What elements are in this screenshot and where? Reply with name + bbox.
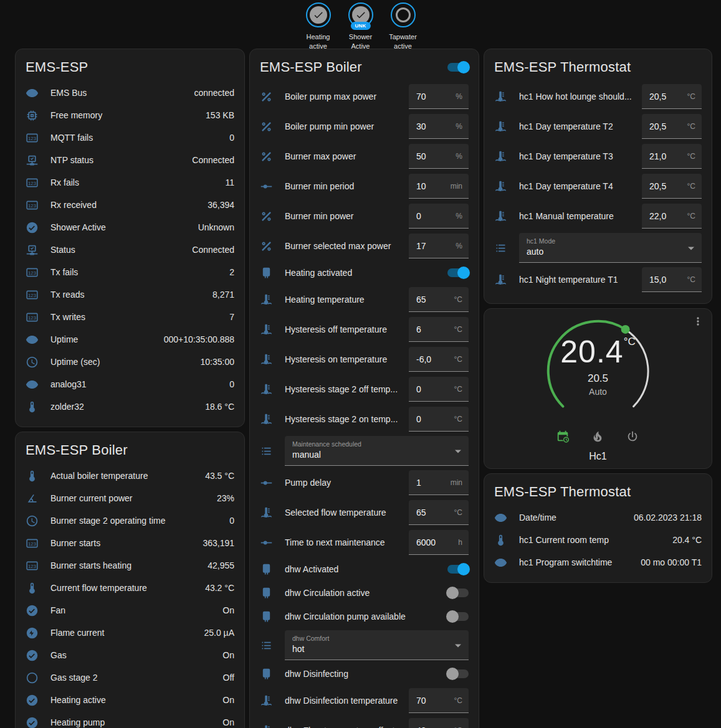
entity-row: hc1 Day temperature T220,5°C <box>494 111 702 141</box>
fire-icon[interactable] <box>591 430 606 445</box>
entity-label: Heating active <box>50 695 222 705</box>
card-title: EMS-ESP <box>26 59 88 75</box>
row-icon-box <box>260 694 285 707</box>
row-icon-box <box>260 587 285 600</box>
calendar-clock-icon[interactable] <box>556 430 571 445</box>
counter-icon: 123 <box>26 199 39 212</box>
number-value: 70 <box>409 92 426 102</box>
number-input[interactable]: 70% <box>409 84 469 109</box>
entity-value: On <box>222 717 234 727</box>
number-input[interactable]: 20,5°C <box>642 114 702 139</box>
number-input[interactable]: 50% <box>409 144 469 169</box>
entity-row: 123Tx fails2 <box>26 261 234 283</box>
chevron-down-icon[interactable] <box>688 247 694 250</box>
number-input[interactable]: 6°C <box>409 317 469 342</box>
entity-label: Rx received <box>50 200 208 210</box>
entity-row: Free memory153 KB <box>26 104 234 126</box>
entity-row: Actual boiler temperature43.5 °C <box>26 465 234 487</box>
entity-label: Hysteresis off temperature <box>285 324 409 334</box>
percent-icon <box>260 210 273 223</box>
row-icon-box <box>260 210 285 223</box>
counter-icon: 123 <box>26 176 39 189</box>
toggle-switch[interactable] <box>447 669 469 678</box>
toggle-switch[interactable] <box>447 589 469 597</box>
row-icon-box <box>26 333 50 346</box>
number-input[interactable]: 20,5°C <box>642 84 702 109</box>
entity-value: connected <box>194 88 234 98</box>
number-input[interactable]: -6,0°C <box>409 347 469 372</box>
badge-ring <box>306 2 331 27</box>
entity-label: dhw Flow temperature offset <box>285 726 409 728</box>
number-input[interactable]: 17% <box>409 234 469 258</box>
number-input[interactable]: 15,0°C <box>642 267 702 292</box>
number-input[interactable]: 6000h <box>409 530 469 555</box>
number-value: 40 <box>409 726 426 728</box>
row-icon-box: 123 <box>26 311 50 324</box>
entity-row: analog310 <box>26 373 234 395</box>
number-input[interactable]: 65°C <box>409 500 469 525</box>
number-input[interactable]: 40°C <box>409 718 469 728</box>
number-input[interactable]: 21,0°C <box>642 144 702 169</box>
entity-row: Hysteresis stage 2 on temp...0°C <box>260 404 469 434</box>
gauge-knob[interactable] <box>621 325 629 334</box>
toggle-thumb <box>446 587 459 599</box>
number-input[interactable]: 20,5°C <box>642 174 702 199</box>
number-unit: °C <box>454 726 469 728</box>
entity-label: EMS Bus <box>50 88 194 98</box>
row-icon-box <box>260 476 285 489</box>
row-icon-box <box>26 87 50 100</box>
glance-badge[interactable]: Tapwater active <box>383 2 423 51</box>
counter-icon: 123 <box>26 288 39 301</box>
column-middle: EMS-ESP BoilerBoiler pump max power70%Bo… <box>249 49 479 728</box>
number-input[interactable]: 10min <box>409 174 469 199</box>
select-field[interactable]: Maintenance scheduledmanual <box>285 436 469 466</box>
entity-row: dhw Disinfection temperature70°C <box>260 686 469 716</box>
number-input[interactable]: 30% <box>409 114 469 139</box>
entity-row: Shower ActiveUnknown <box>26 216 234 239</box>
select-field[interactable]: dhw Comforthot <box>285 630 469 660</box>
glance-badge[interactable]: Heating active <box>298 2 338 51</box>
coolant-icon <box>494 210 507 223</box>
badge-ring <box>391 2 416 27</box>
svg-text:123: 123 <box>28 180 37 186</box>
check-circle-icon <box>26 604 39 617</box>
number-input[interactable]: 0% <box>409 204 469 229</box>
chevron-down-icon[interactable] <box>455 450 461 453</box>
entity-row: Hysteresis on temperature-6,0°C <box>260 344 469 374</box>
number-input[interactable]: 65°C <box>409 287 469 312</box>
dashboard-grid: EMS-ESPEMS BusconnectedFree memory153 KB… <box>0 49 721 728</box>
entity-label: hc1 Night temperature T1 <box>519 275 642 285</box>
row-icon-box <box>260 724 285 728</box>
toggle-thumb <box>457 563 470 575</box>
number-input[interactable]: 1min <box>409 470 469 495</box>
toggle-switch[interactable] <box>447 268 469 277</box>
svg-text:123: 123 <box>28 292 37 298</box>
number-value: 22,0 <box>642 211 666 221</box>
toggle-switch[interactable] <box>447 612 469 621</box>
select-field[interactable]: hc1 Modeauto <box>519 233 702 263</box>
number-input[interactable]: 0°C <box>409 377 469 402</box>
entity-row: Heating activeOn <box>26 689 234 711</box>
number-value: 0 <box>409 211 421 221</box>
number-value: 65 <box>409 508 426 518</box>
entity-label: hc1 Current room temp <box>519 535 672 545</box>
check-circle-icon <box>26 649 39 662</box>
chevron-down-icon[interactable] <box>455 644 461 647</box>
number-input[interactable]: 0°C <box>409 407 469 432</box>
number-input[interactable]: 70°C <box>409 688 469 713</box>
number-input[interactable]: 22,0°C <box>642 204 702 229</box>
entity-label: Heating activated <box>285 268 447 278</box>
thermometer-icon <box>26 470 39 483</box>
thermostat-gauge[interactable] <box>530 318 667 425</box>
glance-badge[interactable]: UNKShower Active <box>341 2 381 51</box>
toggle-switch[interactable] <box>447 565 469 574</box>
entity-label: Burner max power <box>285 151 409 161</box>
power-icon[interactable] <box>626 430 641 445</box>
row-icon-box <box>494 150 519 163</box>
entity-row: GasOn <box>26 644 234 666</box>
entity-row: Heating activated <box>260 261 469 285</box>
entity-label: Selected flow temperature <box>285 508 409 518</box>
row-icon-box: 123 <box>26 131 50 144</box>
card-header-toggle[interactable] <box>447 63 469 72</box>
row-icon-box <box>494 534 519 547</box>
